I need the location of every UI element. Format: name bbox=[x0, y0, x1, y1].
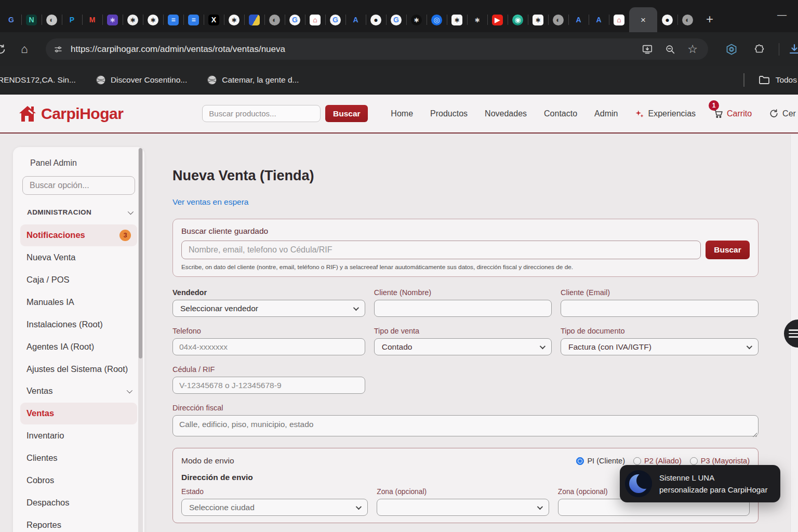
sidebar-item-agentes-ia-root[interactable]: Agentes IA (Root) bbox=[20, 336, 137, 358]
sidebar-item-instalaciones-root[interactable]: Instalaciones (Root) bbox=[20, 314, 137, 336]
google-docs-tab[interactable]: ≡ bbox=[163, 7, 183, 32]
nav-novedades[interactable]: Novedades bbox=[485, 109, 527, 118]
bookmark-item[interactable]: Discover Cosentino... bbox=[96, 75, 187, 85]
gmail-tab[interactable]: M bbox=[82, 7, 102, 32]
app-purple-tab[interactable]: ∗ bbox=[102, 7, 123, 32]
sidebar-scrollbar[interactable] bbox=[138, 148, 143, 532]
tab-close-icon[interactable]: × bbox=[638, 15, 649, 25]
zona1-select[interactable] bbox=[377, 499, 549, 516]
bookmark-star-icon[interactable]: ☆ bbox=[687, 44, 698, 55]
google-docs-tab[interactable]: ≡ bbox=[183, 7, 204, 32]
customer-search-input[interactable] bbox=[181, 241, 701, 259]
sidebar-section-administracion[interactable]: ADMINISTRACION bbox=[27, 208, 132, 216]
zoom-out-icon[interactable] bbox=[664, 44, 676, 55]
google-tab[interactable]: G bbox=[285, 7, 305, 32]
sidebar-item-cobros[interactable]: Cobros bbox=[20, 470, 137, 491]
nav-contacto[interactable]: Contacto bbox=[544, 109, 577, 118]
ver-ventas-en-espera-link[interactable]: Ver ventas en espera bbox=[172, 197, 249, 207]
cliente-nombre-input[interactable] bbox=[374, 300, 552, 317]
openai-tab[interactable]: ∗ bbox=[224, 7, 244, 32]
sidebar-item-ajustes-del-sistema-root[interactable]: Ajustes del Sistema (Root) bbox=[20, 358, 137, 380]
cedula-input[interactable] bbox=[172, 377, 365, 394]
downloads-icon[interactable] bbox=[787, 42, 798, 57]
sidebar-item-notificaciones[interactable]: Notificaciones3 bbox=[20, 224, 137, 246]
refresh-icon[interactable] bbox=[0, 42, 8, 57]
x-twitter-tab[interactable]: X bbox=[204, 7, 224, 32]
a-app-tab[interactable]: A bbox=[568, 7, 589, 32]
sidebar-item-caja-pos[interactable]: Caja / POS bbox=[20, 269, 137, 291]
globe-tab[interactable]: ◐ bbox=[548, 7, 568, 32]
bookmark-item[interactable]: RENDS172,CA. Sin... bbox=[0, 75, 76, 85]
install-page-icon[interactable] bbox=[642, 44, 653, 55]
customer-search-button[interactable]: Buscar bbox=[706, 241, 750, 259]
sidebar-item-nueva-venta[interactable]: Nueva Venta bbox=[20, 247, 137, 269]
tipo-documento-select[interactable]: Factura (con IVA/IGTF) bbox=[561, 338, 759, 355]
google-tab[interactable]: G bbox=[386, 7, 406, 32]
openai-tab[interactable]: ∗ bbox=[123, 7, 143, 32]
sidebar-item-inventario[interactable]: Inventario bbox=[20, 425, 137, 447]
extensions-puzzle-icon[interactable] bbox=[752, 42, 767, 57]
telefono-input[interactable] bbox=[172, 338, 365, 355]
openai-dark-tab[interactable]: ∗ bbox=[406, 7, 427, 32]
notion-tab[interactable]: N bbox=[21, 7, 42, 32]
sidebar-search-input[interactable] bbox=[22, 176, 135, 195]
new-tab-button[interactable]: + bbox=[701, 10, 719, 28]
google-tab[interactable]: G bbox=[325, 7, 345, 32]
sidebar-scrollbar-thumb[interactable] bbox=[139, 148, 142, 358]
cliente-email-input[interactable] bbox=[561, 300, 759, 317]
sidebar-item-reportes[interactable]: Reportes bbox=[20, 514, 137, 532]
all-bookmarks-button[interactable]: Todos bbox=[758, 74, 798, 86]
github-tab[interactable]: ● bbox=[657, 7, 677, 32]
openai-tab[interactable]: ∗ bbox=[447, 7, 467, 32]
nav-session[interactable]: Cer bbox=[769, 109, 796, 118]
sidebar-item-ventas[interactable]: Ventas bbox=[20, 403, 137, 424]
globe-tab[interactable]: ◐ bbox=[42, 7, 62, 32]
paypal-tab[interactable]: P bbox=[62, 7, 82, 32]
bing-tab[interactable] bbox=[244, 7, 264, 32]
nav-productos[interactable]: Productos bbox=[430, 109, 468, 118]
openai-tab[interactable]: ∗ bbox=[143, 7, 163, 32]
nav-experiencias[interactable]: Experiencias bbox=[635, 109, 696, 118]
home-icon[interactable]: ⌂ bbox=[17, 42, 32, 57]
active-tab[interactable]: × bbox=[629, 7, 657, 32]
nav-admin[interactable]: Admin bbox=[594, 109, 618, 118]
extension-hexagon-icon[interactable] bbox=[724, 42, 739, 57]
google-tab[interactable]: G bbox=[1, 7, 21, 32]
site-info-icon[interactable] bbox=[51, 42, 65, 57]
radio-p1-cliente[interactable]: PI (Cliente) bbox=[576, 457, 625, 465]
a-app-tab[interactable]: A bbox=[345, 7, 366, 32]
floating-menu-button[interactable] bbox=[784, 320, 798, 348]
estado-select[interactable]: Seleccione ciudad bbox=[181, 499, 368, 516]
github-tab[interactable]: ● bbox=[366, 7, 386, 32]
shield-teal-tab[interactable]: ◉ bbox=[508, 7, 528, 32]
vendedor-select[interactable]: Seleccionar vendedor bbox=[172, 300, 365, 317]
globe-tab[interactable]: ◐ bbox=[677, 7, 698, 32]
carpihogar-tab[interactable]: ⌂ bbox=[609, 7, 629, 32]
luna-toast[interactable]: Sistenne L UNA personalizade para CarpiH… bbox=[620, 465, 780, 502]
sidebar-item-clientes[interactable]: Clientes bbox=[20, 447, 137, 469]
globe-tab[interactable]: ◐ bbox=[264, 7, 285, 32]
product-search-input[interactable] bbox=[202, 105, 321, 122]
app-blue-tab[interactable]: ◎ bbox=[427, 7, 447, 32]
tipo-venta-select[interactable]: Contado bbox=[374, 338, 552, 355]
bookmark-item[interactable]: Catemar, la gente d... bbox=[207, 75, 299, 85]
address-bar[interactable]: https://carpihogar.com/admin/ventas/rota… bbox=[46, 38, 708, 60]
openai-tab[interactable]: ∗ bbox=[467, 7, 487, 32]
site-logo[interactable]: CarpiHogar bbox=[18, 105, 123, 123]
url-text[interactable]: https://carpihogar.com/admin/ventas/rota… bbox=[71, 44, 636, 55]
sidebar-section-label: ADMINISTRACION bbox=[27, 208, 91, 216]
sidebar-item-despachos[interactable]: Despachos bbox=[20, 492, 137, 514]
sidebar-item-manuales-ia[interactable]: Manuales IA bbox=[20, 291, 137, 313]
direccion-fiscal-textarea[interactable] bbox=[172, 415, 759, 436]
a-app-tab[interactable]: A bbox=[589, 7, 609, 32]
youtube-tab[interactable]: ▶ bbox=[487, 7, 508, 32]
nav-carrito[interactable]: 1 Carrito bbox=[713, 108, 752, 119]
radio-p2-aliado[interactable]: P2 (Aliado) bbox=[633, 457, 682, 465]
sidebar-item-ventas[interactable]: Ventas bbox=[20, 380, 137, 402]
carpihogar-tab[interactable]: ⌂ bbox=[305, 7, 325, 32]
header-buscar-button[interactable]: Buscar bbox=[325, 105, 368, 122]
radio-p3-mayorista[interactable]: P3 (Mayorista) bbox=[690, 457, 750, 465]
window-minimize-button[interactable]: — bbox=[777, 9, 787, 20]
nav-home[interactable]: Home bbox=[391, 109, 413, 118]
openai-tab[interactable]: ∗ bbox=[528, 7, 548, 32]
